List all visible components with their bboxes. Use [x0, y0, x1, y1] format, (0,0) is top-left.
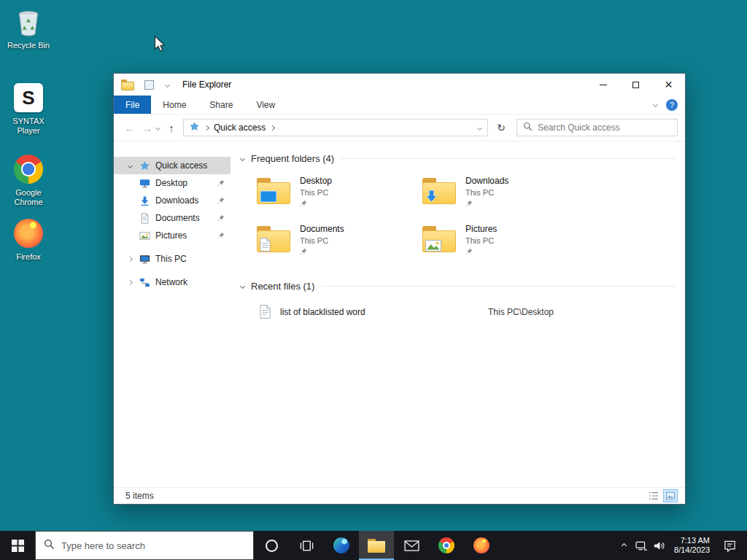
- chevron-up-icon: [622, 542, 627, 548]
- pictures-icon: [139, 230, 150, 241]
- task-view-icon: [299, 539, 314, 553]
- minimize-button[interactable]: [587, 74, 619, 96]
- folder-location: This PC: [465, 187, 508, 198]
- folder-tile-downloads[interactable]: Downloads This PC: [418, 173, 584, 221]
- task-view-button[interactable]: [289, 531, 324, 560]
- sidebar-item-desktop[interactable]: Desktop: [114, 174, 231, 192]
- sidebar-item-label: Pictures: [155, 230, 187, 241]
- expander-icon[interactable]: [128, 256, 133, 261]
- pin-icon: [217, 179, 225, 187]
- window-title: File Explorer: [182, 79, 231, 90]
- desktop-icon-syntax-player[interactable]: S SYNTAX Player: [1, 82, 56, 136]
- title-bar[interactable]: File Explorer: [114, 74, 685, 96]
- downloads-icon: [139, 195, 150, 206]
- desktop-icon-label: Firefox: [16, 252, 41, 262]
- up-button[interactable]: [163, 119, 180, 136]
- tab-file[interactable]: File: [114, 96, 151, 114]
- close-button[interactable]: [652, 74, 685, 96]
- start-button[interactable]: [0, 531, 35, 560]
- documents-folder-icon: [257, 225, 290, 253]
- tab-share[interactable]: Share: [198, 96, 244, 114]
- refresh-button[interactable]: [492, 119, 510, 136]
- action-center-button[interactable]: [716, 531, 743, 560]
- action-center-icon: [723, 539, 737, 553]
- expander-icon[interactable]: [128, 279, 133, 284]
- folder-name: Pictures: [465, 224, 497, 235]
- forward-button[interactable]: [139, 119, 156, 136]
- recent-files-header[interactable]: Recent files (1): [239, 281, 676, 292]
- breadcrumb-separator-icon[interactable]: [270, 125, 275, 130]
- file-explorer-icon: [368, 539, 385, 553]
- tray-overflow-button[interactable]: [615, 531, 632, 560]
- mail-button[interactable]: [394, 531, 429, 560]
- clock-date: 8/14/2023: [674, 545, 710, 555]
- recent-file-row[interactable]: list of blacklisted word This PC\Desktop: [260, 305, 676, 319]
- cortana-button[interactable]: [254, 531, 289, 560]
- navigation-bar: Quick access: [114, 114, 685, 141]
- desktop-icon-recycle-bin[interactable]: Recycle Bin: [1, 6, 56, 50]
- edge-icon: [333, 537, 349, 553]
- large-icons-view-button[interactable]: [663, 489, 678, 502]
- explorer-search-input[interactable]: [538, 122, 671, 133]
- pin-icon: [217, 232, 225, 239]
- folder-tile-pictures[interactable]: Pictures This PC: [418, 221, 584, 269]
- collapse-group-icon[interactable]: [240, 284, 245, 289]
- chrome-icon: [438, 537, 454, 553]
- folder-name: Documents: [300, 224, 344, 235]
- tab-view[interactable]: View: [244, 96, 287, 114]
- breadcrumb-separator-icon: [204, 125, 209, 130]
- cortana-icon: [266, 540, 278, 552]
- sidebar-item-this-pc[interactable]: This PC: [114, 250, 231, 268]
- firefox-button[interactable]: [464, 531, 499, 560]
- help-icon[interactable]: [666, 99, 678, 111]
- network-tray-button[interactable]: [632, 531, 650, 560]
- details-view-button[interactable]: [646, 489, 661, 502]
- sidebar-item-label: Desktop: [155, 178, 187, 188]
- sidebar-item-quick-access[interactable]: Quick access: [114, 157, 231, 174]
- collapse-group-icon[interactable]: [240, 156, 245, 161]
- group-header-label: Recent files (1): [251, 281, 314, 292]
- qat-dropdown-icon[interactable]: [165, 82, 170, 87]
- quick-access-toolbar-icon[interactable]: [144, 80, 154, 90]
- expander-icon[interactable]: [128, 163, 133, 168]
- network-icon: [139, 276, 150, 288]
- taskbar-search-box[interactable]: [35, 531, 254, 560]
- sidebar-item-downloads[interactable]: Downloads: [114, 192, 231, 209]
- address-bar[interactable]: Quick access: [183, 119, 488, 136]
- network-icon: [635, 541, 648, 551]
- maximize-button[interactable]: [619, 74, 652, 96]
- ribbon-tabs: File Home Share View: [114, 96, 685, 114]
- this-pc-icon: [139, 253, 150, 265]
- sidebar-item-documents[interactable]: Documents: [114, 209, 231, 227]
- breadcrumb[interactable]: Quick access: [214, 122, 266, 133]
- taskbar-search-input[interactable]: [61, 540, 245, 551]
- folder-tile-desktop[interactable]: Desktop This PC: [252, 173, 418, 221]
- desktop-icon-google-chrome[interactable]: Google Chrome: [1, 153, 56, 207]
- recent-locations-icon[interactable]: [155, 125, 160, 130]
- tab-home[interactable]: Home: [151, 96, 198, 114]
- desktop-icon-firefox[interactable]: Firefox: [1, 217, 56, 262]
- firefox-icon: [473, 537, 489, 553]
- desktop-icon: [139, 177, 150, 189]
- folder-name: Downloads: [465, 176, 508, 187]
- quick-access-star-icon: [189, 121, 200, 134]
- back-button[interactable]: [121, 119, 139, 136]
- file-location: This PC\Desktop: [488, 307, 554, 317]
- taskbar: 7:13 AM 8/14/2023: [0, 531, 747, 560]
- explorer-search-box[interactable]: [516, 119, 678, 136]
- file-explorer-button[interactable]: [359, 531, 394, 560]
- folder-tile-documents[interactable]: Documents This PC: [252, 221, 418, 269]
- sidebar-item-network[interactable]: Network: [114, 273, 231, 291]
- frequent-folders-header[interactable]: Frequent folders (4): [239, 153, 676, 164]
- sidebar-item-pictures[interactable]: Pictures: [114, 227, 231, 244]
- taskbar-clock[interactable]: 7:13 AM 8/14/2023: [667, 536, 716, 555]
- volume-tray-button[interactable]: [650, 531, 667, 560]
- expand-ribbon-icon[interactable]: [653, 102, 658, 107]
- sidebar-item-label: Documents: [155, 213, 200, 223]
- address-dropdown-icon[interactable]: [477, 125, 482, 130]
- mail-icon: [404, 540, 419, 551]
- desktop-folder-icon: [257, 177, 290, 205]
- recycle-bin-icon: [12, 6, 44, 38]
- edge-button[interactable]: [324, 531, 359, 560]
- chrome-button[interactable]: [429, 531, 464, 560]
